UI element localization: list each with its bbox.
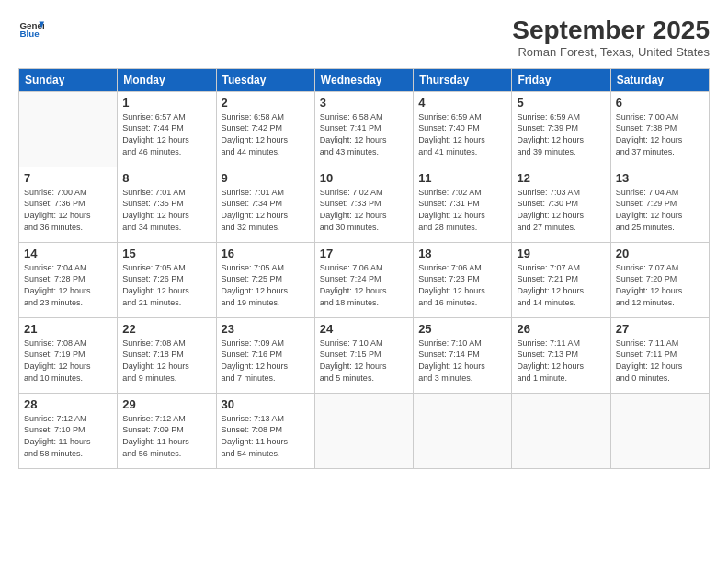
day-cell: 16Sunrise: 7:05 AM Sunset: 7:25 PM Dayli… xyxy=(216,242,314,317)
day-info: Sunrise: 7:02 AM Sunset: 7:31 PM Dayligh… xyxy=(418,187,506,233)
day-number: 6 xyxy=(616,96,704,109)
week-row-3: 21Sunrise: 7:08 AM Sunset: 7:19 PM Dayli… xyxy=(19,317,710,393)
day-cell: 7Sunrise: 7:00 AM Sunset: 7:36 PM Daylig… xyxy=(19,167,118,242)
day-info: Sunrise: 6:58 AM Sunset: 7:41 PM Dayligh… xyxy=(320,111,408,157)
day-cell: 5Sunrise: 6:59 AM Sunset: 7:39 PM Daylig… xyxy=(512,91,610,167)
day-cell: 9Sunrise: 7:01 AM Sunset: 7:34 PM Daylig… xyxy=(216,167,314,242)
day-cell xyxy=(19,91,118,167)
svg-text:Blue: Blue xyxy=(19,29,40,39)
week-row-0: 1Sunrise: 6:57 AM Sunset: 7:44 PM Daylig… xyxy=(19,91,710,167)
header-cell-sunday: Sunday xyxy=(19,68,118,91)
day-cell: 4Sunrise: 6:59 AM Sunset: 7:40 PM Daylig… xyxy=(414,91,512,167)
day-number: 26 xyxy=(517,322,605,336)
day-number: 22 xyxy=(122,322,210,336)
day-number: 19 xyxy=(517,247,605,260)
day-cell: 26Sunrise: 7:11 AM Sunset: 7:13 PM Dayli… xyxy=(512,317,610,393)
header-cell-wednesday: Wednesday xyxy=(314,68,413,91)
day-cell: 2Sunrise: 6:58 AM Sunset: 7:42 PM Daylig… xyxy=(216,91,314,167)
day-info: Sunrise: 7:04 AM Sunset: 7:28 PM Dayligh… xyxy=(24,262,112,308)
day-info: Sunrise: 7:12 AM Sunset: 7:10 PM Dayligh… xyxy=(24,413,112,459)
day-info: Sunrise: 7:07 AM Sunset: 7:21 PM Dayligh… xyxy=(517,262,605,308)
day-info: Sunrise: 7:08 AM Sunset: 7:18 PM Dayligh… xyxy=(122,338,210,384)
day-cell: 19Sunrise: 7:07 AM Sunset: 7:21 PM Dayli… xyxy=(512,242,610,317)
day-cell: 24Sunrise: 7:10 AM Sunset: 7:15 PM Dayli… xyxy=(314,317,413,393)
day-number: 17 xyxy=(320,247,408,260)
day-info: Sunrise: 6:58 AM Sunset: 7:42 PM Dayligh… xyxy=(222,111,310,157)
day-number: 7 xyxy=(24,171,112,185)
day-info: Sunrise: 7:12 AM Sunset: 7:09 PM Dayligh… xyxy=(122,413,210,459)
week-row-2: 14Sunrise: 7:04 AM Sunset: 7:28 PM Dayli… xyxy=(19,242,710,317)
header-cell-saturday: Saturday xyxy=(610,68,709,91)
header-row: SundayMondayTuesdayWednesdayThursdayFrid… xyxy=(19,68,710,91)
week-row-1: 7Sunrise: 7:00 AM Sunset: 7:36 PM Daylig… xyxy=(19,167,710,242)
day-number: 14 xyxy=(24,247,112,260)
day-info: Sunrise: 7:09 AM Sunset: 7:16 PM Dayligh… xyxy=(222,338,310,384)
day-number: 13 xyxy=(616,171,704,185)
day-cell: 21Sunrise: 7:08 AM Sunset: 7:19 PM Dayli… xyxy=(19,317,118,393)
day-cell: 8Sunrise: 7:01 AM Sunset: 7:35 PM Daylig… xyxy=(118,167,216,242)
day-number: 10 xyxy=(320,171,408,185)
day-number: 21 xyxy=(24,322,112,336)
day-cell: 25Sunrise: 7:10 AM Sunset: 7:14 PM Dayli… xyxy=(414,317,512,393)
day-info: Sunrise: 6:59 AM Sunset: 7:40 PM Dayligh… xyxy=(418,111,506,157)
day-number: 5 xyxy=(517,96,605,109)
day-cell: 23Sunrise: 7:09 AM Sunset: 7:16 PM Dayli… xyxy=(216,317,314,393)
logo: General Blue xyxy=(18,17,44,42)
day-cell xyxy=(414,393,512,468)
day-info: Sunrise: 7:10 AM Sunset: 7:14 PM Dayligh… xyxy=(418,338,506,384)
day-number: 29 xyxy=(122,397,210,411)
day-info: Sunrise: 7:13 AM Sunset: 7:08 PM Dayligh… xyxy=(222,413,310,459)
day-number: 11 xyxy=(418,171,506,185)
header-cell-tuesday: Tuesday xyxy=(216,68,314,91)
day-cell: 29Sunrise: 7:12 AM Sunset: 7:09 PM Dayli… xyxy=(118,393,216,468)
day-cell: 6Sunrise: 7:00 AM Sunset: 7:38 PM Daylig… xyxy=(610,91,709,167)
day-number: 8 xyxy=(122,171,210,185)
day-number: 18 xyxy=(418,247,506,260)
day-number: 12 xyxy=(517,171,605,185)
day-cell xyxy=(610,393,709,468)
day-info: Sunrise: 7:05 AM Sunset: 7:25 PM Dayligh… xyxy=(222,262,310,308)
day-cell: 30Sunrise: 7:13 AM Sunset: 7:08 PM Dayli… xyxy=(216,393,314,468)
logo-icon: General Blue xyxy=(18,17,44,42)
day-number: 3 xyxy=(320,96,408,109)
day-number: 27 xyxy=(616,322,704,336)
day-cell xyxy=(314,393,413,468)
day-number: 24 xyxy=(320,322,408,336)
day-info: Sunrise: 7:01 AM Sunset: 7:34 PM Dayligh… xyxy=(222,187,310,233)
header-cell-monday: Monday xyxy=(118,68,216,91)
day-cell: 13Sunrise: 7:04 AM Sunset: 7:29 PM Dayli… xyxy=(610,167,709,242)
day-number: 15 xyxy=(122,247,210,260)
day-info: Sunrise: 6:59 AM Sunset: 7:39 PM Dayligh… xyxy=(517,111,605,157)
day-number: 2 xyxy=(222,96,310,109)
day-cell: 3Sunrise: 6:58 AM Sunset: 7:41 PM Daylig… xyxy=(314,91,413,167)
day-cell: 1Sunrise: 6:57 AM Sunset: 7:44 PM Daylig… xyxy=(118,91,216,167)
day-number: 25 xyxy=(418,322,506,336)
title-block: September 2025 Roman Forest, Texas, Unit… xyxy=(512,17,710,59)
day-cell: 15Sunrise: 7:05 AM Sunset: 7:26 PM Dayli… xyxy=(118,242,216,317)
day-cell: 10Sunrise: 7:02 AM Sunset: 7:33 PM Dayli… xyxy=(314,167,413,242)
day-cell: 28Sunrise: 7:12 AM Sunset: 7:10 PM Dayli… xyxy=(19,393,118,468)
day-number: 30 xyxy=(222,397,310,411)
page: General Blue September 2025 Roman Forest… xyxy=(0,0,728,563)
calendar-table: SundayMondayTuesdayWednesdayThursdayFrid… xyxy=(18,68,710,469)
day-info: Sunrise: 7:06 AM Sunset: 7:23 PM Dayligh… xyxy=(418,262,506,308)
day-info: Sunrise: 7:11 AM Sunset: 7:11 PM Dayligh… xyxy=(616,338,704,384)
day-cell: 17Sunrise: 7:06 AM Sunset: 7:24 PM Dayli… xyxy=(314,242,413,317)
day-cell: 27Sunrise: 7:11 AM Sunset: 7:11 PM Dayli… xyxy=(610,317,709,393)
day-number: 16 xyxy=(222,247,310,260)
day-info: Sunrise: 7:07 AM Sunset: 7:20 PM Dayligh… xyxy=(616,262,704,308)
day-cell: 18Sunrise: 7:06 AM Sunset: 7:23 PM Dayli… xyxy=(414,242,512,317)
day-number: 1 xyxy=(122,96,210,109)
day-number: 23 xyxy=(222,322,310,336)
day-info: Sunrise: 7:03 AM Sunset: 7:30 PM Dayligh… xyxy=(517,187,605,233)
day-info: Sunrise: 7:08 AM Sunset: 7:19 PM Dayligh… xyxy=(24,338,112,384)
day-info: Sunrise: 7:04 AM Sunset: 7:29 PM Dayligh… xyxy=(616,187,704,233)
day-number: 28 xyxy=(24,397,112,411)
header-cell-thursday: Thursday xyxy=(414,68,512,91)
day-info: Sunrise: 7:00 AM Sunset: 7:36 PM Dayligh… xyxy=(24,187,112,233)
day-cell: 20Sunrise: 7:07 AM Sunset: 7:20 PM Dayli… xyxy=(610,242,709,317)
day-cell xyxy=(512,393,610,468)
day-number: 9 xyxy=(222,171,310,185)
week-row-4: 28Sunrise: 7:12 AM Sunset: 7:10 PM Dayli… xyxy=(19,393,710,468)
day-info: Sunrise: 7:02 AM Sunset: 7:33 PM Dayligh… xyxy=(320,187,408,233)
